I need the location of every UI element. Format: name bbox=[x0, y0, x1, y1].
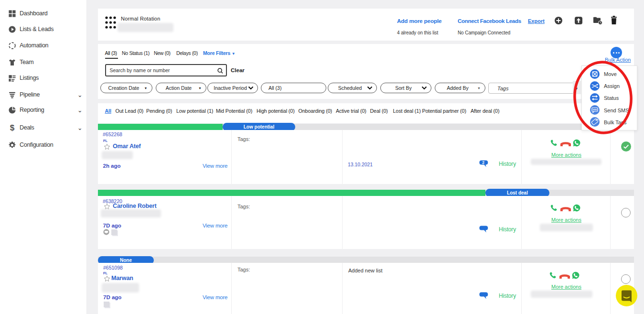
svg-text:$: $ bbox=[10, 124, 15, 132]
svg-text:2: 2 bbox=[482, 160, 484, 165]
